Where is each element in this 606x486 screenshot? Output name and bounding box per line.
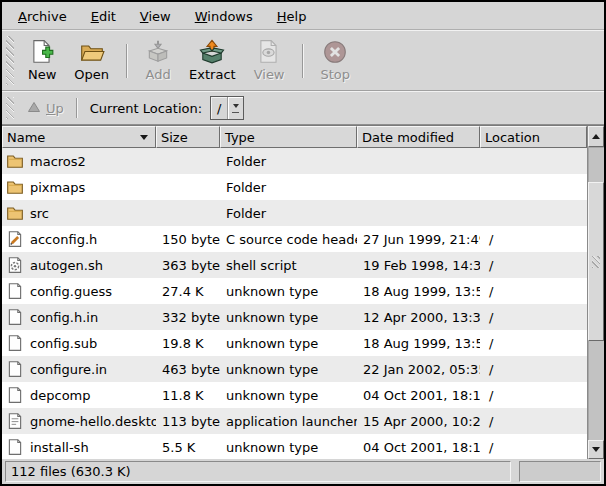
file-size: 5.5 K xyxy=(156,440,220,455)
stop-icon xyxy=(322,39,348,65)
view-file-icon xyxy=(256,39,282,65)
table-row[interactable]: pixmaps Folder xyxy=(2,174,587,200)
file-type: unknown type xyxy=(220,388,357,403)
file-size: 11.8 K xyxy=(156,388,220,403)
location-combobox-arrow[interactable] xyxy=(227,97,243,119)
file-date-modified: 18 Aug 1999, 13:53 xyxy=(357,336,480,351)
new-archive-icon xyxy=(29,39,55,65)
table-row[interactable]: autogen.sh 363 bytes shell script 19 Feb… xyxy=(2,252,587,278)
menu-view[interactable]: View xyxy=(128,4,183,29)
file-list: macros2 Folder pixmaps Folder src Folder… xyxy=(2,148,587,459)
file-date-modified: 04 Oct 2001, 18:12 xyxy=(357,440,480,455)
file-list-area: Name Size Type Date modified Location xyxy=(2,125,604,459)
file-size: 363 bytes xyxy=(156,258,220,273)
table-row[interactable]: install-sh 5.5 K unknown type 04 Oct 200… xyxy=(2,434,587,459)
file-type-icon xyxy=(6,230,24,248)
toolbar-separator xyxy=(302,44,304,78)
table-row[interactable]: config.h.in 332 bytes unknown type 12 Ap… xyxy=(2,304,587,330)
scrollbar-down-button[interactable] xyxy=(588,440,604,459)
menubar: Archive Edit View Windows Help xyxy=(2,2,604,30)
file-size: 463 bytes xyxy=(156,362,220,377)
file-location: / xyxy=(480,362,587,377)
file-type: unknown type xyxy=(220,440,357,455)
scrollbar-thumb[interactable] xyxy=(588,182,604,341)
file-name: autogen.sh xyxy=(30,258,103,273)
column-header-size[interactable]: Size xyxy=(156,126,220,148)
add-button[interactable]: Add xyxy=(136,37,180,84)
table-row[interactable]: configure.in 463 bytes unknown type 22 J… xyxy=(2,356,587,382)
scrollbar-up-button[interactable] xyxy=(588,126,604,147)
file-location: / xyxy=(480,258,587,273)
file-type-icon xyxy=(6,386,24,404)
column-header-date-modified[interactable]: Date modified xyxy=(357,126,480,148)
table-row[interactable]: gnome-hello.desktop 113 bytes applicatio… xyxy=(2,408,587,434)
open-button-label: Open xyxy=(74,67,109,82)
vertical-scrollbar xyxy=(587,126,604,459)
file-location: / xyxy=(480,414,587,429)
view-button[interactable]: View xyxy=(245,37,294,84)
file-type: unknown type xyxy=(220,310,357,325)
new-button-label: New xyxy=(28,67,56,82)
extract-button[interactable]: Extract xyxy=(180,37,245,84)
file-type: unknown type xyxy=(220,336,357,351)
table-row[interactable]: config.guess 27.4 K unknown type 18 Aug … xyxy=(2,278,587,304)
extract-button-label: Extract xyxy=(189,67,236,82)
file-date-modified: 19 Feb 1998, 14:31 xyxy=(357,258,480,273)
file-date-modified: 18 Aug 1999, 13:53 xyxy=(357,284,480,299)
file-name: pixmaps xyxy=(30,180,85,195)
file-date-modified: 27 Jun 1999, 21:49 xyxy=(357,232,480,247)
file-type-icon xyxy=(6,152,24,170)
file-location: / xyxy=(480,336,587,351)
file-name: acconfig.h xyxy=(30,232,97,247)
file-type-icon xyxy=(6,178,24,196)
table-row[interactable]: acconfig.h 150 bytes C source code heade… xyxy=(2,226,587,252)
column-header-name[interactable]: Name xyxy=(2,126,156,148)
up-button[interactable]: Up xyxy=(19,97,72,120)
add-button-label: Add xyxy=(146,67,171,82)
location-combobox-value: / xyxy=(211,97,227,119)
location-combobox[interactable]: / xyxy=(210,96,244,120)
view-button-label: View xyxy=(254,67,285,82)
file-type: Folder xyxy=(220,154,357,169)
file-type: unknown type xyxy=(220,362,357,377)
file-date-modified: 04 Oct 2001, 18:12 xyxy=(357,388,480,403)
file-type: Folder xyxy=(220,206,357,221)
file-type: Folder xyxy=(220,180,357,195)
file-name: macros2 xyxy=(30,154,86,169)
new-button[interactable]: New xyxy=(19,37,65,84)
scrollbar-trough[interactable] xyxy=(588,147,604,440)
up-icon xyxy=(27,100,41,117)
add-files-icon xyxy=(145,39,171,65)
file-date-modified: 15 Apr 2000, 10:21 xyxy=(357,414,480,429)
file-location: / xyxy=(480,310,587,325)
open-archive-icon xyxy=(79,39,105,65)
column-header-location[interactable]: Location xyxy=(480,126,587,148)
file-name: install-sh xyxy=(30,440,89,455)
progress-area xyxy=(519,461,601,482)
table-row[interactable]: config.sub 19.8 K unknown type 18 Aug 19… xyxy=(2,330,587,356)
menu-edit[interactable]: Edit xyxy=(79,4,128,29)
table-row[interactable]: src Folder xyxy=(2,200,587,226)
file-type-icon xyxy=(6,438,24,456)
file-type-icon xyxy=(6,360,24,378)
file-name: config.h.in xyxy=(30,310,98,325)
menu-windows[interactable]: Windows xyxy=(183,4,265,29)
file-type-icon xyxy=(6,308,24,326)
arrow-up-icon xyxy=(592,130,600,139)
menu-help[interactable]: Help xyxy=(265,4,319,29)
archive-manager-window: Archive Edit View Windows Help New Open … xyxy=(0,0,606,486)
table-row[interactable]: macros2 Folder xyxy=(2,148,587,174)
toolbar-separator xyxy=(126,44,128,78)
column-header-type[interactable]: Type xyxy=(220,126,357,148)
menu-archive[interactable]: Archive xyxy=(6,4,79,29)
open-button[interactable]: Open xyxy=(65,37,118,84)
file-size: 150 bytes xyxy=(156,232,220,247)
file-location: / xyxy=(480,232,587,247)
table-row[interactable]: depcomp 11.8 K unknown type 04 Oct 2001,… xyxy=(2,382,587,408)
extract-icon xyxy=(199,39,225,65)
location-bar-grip[interactable] xyxy=(6,97,14,119)
toolbar-grip[interactable] xyxy=(6,36,14,85)
stop-button[interactable]: Stop xyxy=(312,37,360,84)
file-location: / xyxy=(480,388,587,403)
file-type-icon xyxy=(6,282,24,300)
